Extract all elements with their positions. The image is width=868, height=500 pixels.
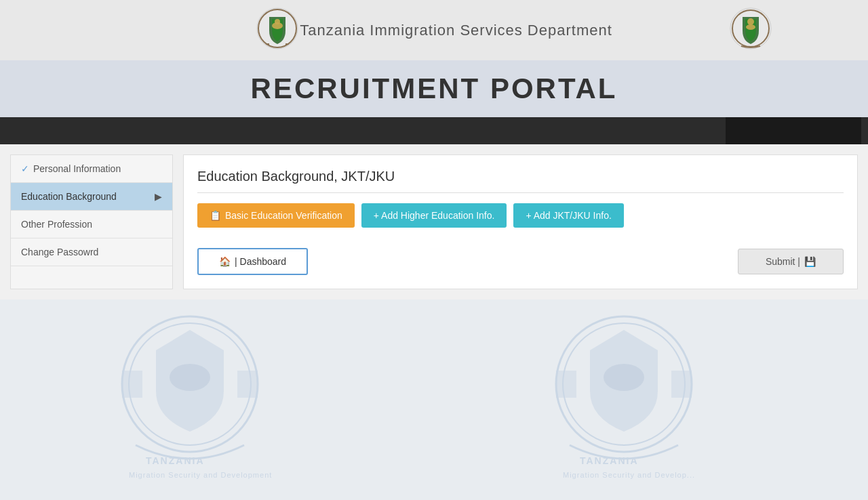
sidebar-item-change-password[interactable]: Change Passowrd (11, 238, 172, 266)
sidebar-label-education-background: Education Background (21, 191, 117, 202)
action-buttons: 📋 Basic Education Verification + Add Hig… (197, 203, 844, 228)
content-title: Education Background, JKT/JKU (197, 169, 844, 193)
save-icon: 💾 (804, 256, 816, 267)
logo-right (729, 7, 773, 54)
watermark-container: TANZANIA Migration Security and Developm… (0, 299, 868, 500)
nav-bar (0, 117, 868, 144)
svg-point-8 (747, 18, 754, 25)
arrow-icon: ▶ (155, 191, 162, 202)
svg-text:Migration Security and Develop: Migration Security and Development (129, 471, 272, 479)
submit-button[interactable]: Submit | 💾 (738, 249, 844, 274)
portal-title-bar: RECRUITMENT PORTAL (0, 60, 868, 117)
dashboard-button[interactable]: 🏠 | Dashboard (197, 248, 308, 275)
sidebar-label-personal-information: Personal Information (33, 163, 121, 174)
sidebar: ✓ Personal Information Education Backgro… (10, 154, 173, 289)
add-higher-edu-label: + Add Higher Education Info. (374, 210, 495, 221)
svg-point-17 (604, 364, 644, 391)
nav-bar-right (726, 117, 861, 144)
portal-title: RECRUITMENT PORTAL (12, 72, 856, 105)
main-content: ✓ Personal Information Education Backgro… (0, 144, 868, 299)
sidebar-item-other-profession[interactable]: Other Profession (11, 211, 172, 238)
svg-text:TANZANIA: TANZANIA (580, 455, 639, 466)
content-panel: Education Background, JKT/JKU 📋 Basic Ed… (183, 154, 858, 289)
home-icon: 🏠 (219, 256, 231, 267)
add-jkt-jku-button[interactable]: + Add JKT/JKU Info. (513, 203, 623, 228)
sidebar-item-personal-information[interactable]: ✓ Personal Information (11, 155, 172, 183)
background-area: TANZANIA Migration Security and Developm… (0, 299, 868, 500)
dashboard-label: | Dashboard (235, 256, 286, 267)
svg-text:Migration Security and Develop: Migration Security and Develop... (563, 471, 695, 479)
watermark-left: TANZANIA Migration Security and Developm… (0, 299, 434, 500)
sidebar-label-change-password: Change Passowrd (21, 247, 98, 257)
watermark-right: TANZANIA Migration Security and Develop.… (434, 299, 868, 500)
page-header: Tanzania Immigration Services Department (0, 0, 868, 60)
add-jkt-label: + Add JKT/JKU Info. (526, 210, 611, 221)
svg-point-12 (170, 364, 210, 391)
header-title: Tanzania Immigration Services Department (300, 22, 612, 39)
svg-point-3 (275, 19, 280, 24)
bottom-row: 🏠 | Dashboard Submit | 💾 (197, 248, 844, 275)
add-higher-education-button[interactable]: + Add Higher Education Info. (361, 203, 507, 228)
clipboard-icon: 📋 (210, 210, 221, 221)
basic-education-verification-button[interactable]: 📋 Basic Education Verification (197, 203, 355, 228)
svg-text:TANZANIA: TANZANIA (146, 455, 205, 466)
svg-point-9 (746, 24, 755, 30)
logo-left (256, 7, 300, 54)
check-icon: ✓ (21, 163, 29, 174)
sidebar-item-education-background[interactable]: Education Background ▶ (11, 183, 172, 211)
submit-label: Submit | (766, 256, 800, 267)
sidebar-label-other-profession: Other Profession (21, 219, 92, 230)
basic-edu-label: Basic Education Verification (225, 210, 342, 221)
